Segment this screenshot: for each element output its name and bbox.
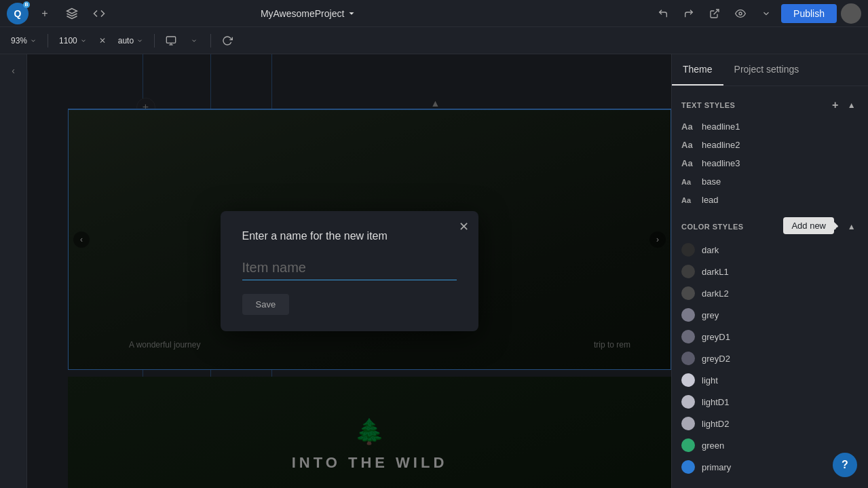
height-control[interactable]: auto bbox=[114, 35, 147, 47]
project-settings-tab[interactable]: Project settings bbox=[723, 54, 810, 86]
color-label-lightD2: lightD2 bbox=[702, 419, 729, 429]
color-label-dark: dark bbox=[702, 245, 719, 255]
color-label-grey: grey bbox=[702, 310, 719, 320]
color-styles-list: dark darkL1 darkL2 grey greyD1 bbox=[672, 239, 868, 478]
color-swatch-green bbox=[681, 438, 695, 452]
text-style-lead[interactable]: Aa lead bbox=[672, 191, 868, 209]
close-size-control[interactable]: ✕ bbox=[95, 35, 110, 47]
text-styles-header: TEXT STYLES + ▲ bbox=[672, 93, 868, 117]
color-label-greyD2: greyD2 bbox=[702, 354, 730, 364]
color-swatch-darkL2 bbox=[681, 286, 695, 300]
modal-overlay[interactable]: ✕ Enter a name for the new item Save bbox=[27, 54, 671, 488]
add-new-tooltip: Add new bbox=[783, 217, 834, 234]
color-grey[interactable]: grey bbox=[672, 304, 868, 326]
item-name-input[interactable] bbox=[242, 256, 457, 280]
top-right-actions: Publish bbox=[652, 3, 861, 24]
svg-line-1 bbox=[714, 10, 719, 14]
chevron-down-icon[interactable] bbox=[755, 3, 777, 24]
publish-button[interactable]: Publish bbox=[781, 4, 837, 23]
color-styles-header: COLOR STYLES + ▲ bbox=[672, 214, 868, 239]
preview-icon[interactable] bbox=[730, 3, 751, 24]
code-icon[interactable] bbox=[88, 3, 110, 24]
color-lightD1[interactable]: lightD1 bbox=[672, 391, 868, 413]
toolbar-separator-3 bbox=[210, 34, 211, 48]
color-swatch-greyD1 bbox=[681, 330, 695, 343]
text-style-label-base: base bbox=[702, 176, 721, 187]
theme-tab[interactable]: Theme bbox=[672, 54, 723, 86]
external-link-icon[interactable] bbox=[704, 3, 725, 24]
color-label-lightD1: lightD1 bbox=[702, 397, 729, 407]
zoom-control[interactable]: 93% bbox=[7, 35, 41, 47]
panel-content: TEXT STYLES + ▲ Aa headline1 Aa headline… bbox=[672, 86, 868, 488]
text-style-headline1[interactable]: Aa headline1 bbox=[672, 117, 868, 136]
svg-rect-3 bbox=[166, 37, 175, 43]
svg-point-2 bbox=[739, 12, 742, 15]
color-greyD2[interactable]: greyD2 bbox=[672, 348, 868, 369]
avatar[interactable] bbox=[841, 3, 861, 24]
left-sidebar: ‹ bbox=[0, 54, 27, 488]
color-label-green: green bbox=[702, 440, 724, 451]
color-green[interactable]: green bbox=[672, 434, 868, 456]
color-swatch-grey bbox=[681, 308, 695, 322]
modal-close-button[interactable]: ✕ bbox=[459, 219, 469, 234]
text-style-label-headline3: headline3 bbox=[702, 158, 740, 168]
color-dark[interactable]: dark bbox=[672, 239, 868, 261]
color-swatch-greyD2 bbox=[681, 352, 695, 365]
text-styles-list: Aa headline1 Aa headline2 Aa headline3 A… bbox=[672, 117, 868, 209]
toolbar: 93% 1100 ✕ auto bbox=[0, 27, 868, 54]
color-swatch-darkL1 bbox=[681, 265, 695, 278]
svg-marker-0 bbox=[67, 8, 77, 14]
text-style-headline2[interactable]: Aa headline2 bbox=[672, 136, 868, 154]
add-text-style-button[interactable]: + bbox=[829, 98, 842, 112]
text-style-icon-base: Aa bbox=[681, 178, 695, 186]
color-swatch-lightD2 bbox=[681, 417, 695, 430]
width-control[interactable]: 1100 bbox=[55, 35, 91, 47]
text-style-label-headline2: headline2 bbox=[702, 140, 740, 150]
text-style-icon-headline3: Aa bbox=[681, 158, 695, 168]
add-button[interactable]: + bbox=[34, 3, 56, 24]
canvas-area: + ▲ A wonderful journey trip to rem ‹ › … bbox=[27, 54, 671, 488]
color-label-primary: primary bbox=[702, 462, 731, 472]
color-label-light: light bbox=[702, 375, 718, 386]
right-panel: Theme Project settings TEXT STYLES + ▲ A… bbox=[671, 54, 868, 488]
color-swatch-dark bbox=[681, 243, 695, 257]
text-style-icon-headline1: Aa bbox=[681, 121, 695, 132]
layers-icon[interactable] bbox=[61, 3, 83, 24]
color-darkL2[interactable]: darkL2 bbox=[672, 282, 868, 304]
logo-button[interactable]: QB bbox=[7, 3, 29, 24]
collapse-text-styles-button[interactable]: ▲ bbox=[845, 98, 858, 112]
redo-button[interactable] bbox=[678, 3, 700, 24]
text-style-icon-headline2: Aa bbox=[681, 140, 695, 150]
main-layout: ‹ + ▲ A wonderful journey trip to rem ‹ … bbox=[0, 54, 868, 488]
toolbar-separator-2 bbox=[154, 34, 155, 48]
logo-badge: B bbox=[23, 1, 30, 8]
modal-save-button[interactable]: Save bbox=[242, 294, 290, 315]
text-styles-actions: + ▲ bbox=[829, 98, 858, 112]
modal-title: Enter a name for the new item bbox=[242, 230, 457, 242]
top-bar: QB + MyAwesomeProject Publish bbox=[0, 0, 868, 27]
support-button[interactable]: ? bbox=[833, 453, 857, 477]
sidebar-nav-left[interactable]: ‹ bbox=[3, 60, 24, 81]
refresh-icon[interactable] bbox=[218, 31, 237, 50]
panel-tabs: Theme Project settings bbox=[672, 54, 868, 86]
color-swatch-primary bbox=[681, 460, 695, 474]
color-label-greyD1: greyD1 bbox=[702, 332, 730, 342]
undo-button[interactable] bbox=[652, 3, 674, 24]
color-light[interactable]: light bbox=[672, 369, 868, 391]
color-swatch-light bbox=[681, 373, 695, 387]
text-style-label-lead: lead bbox=[702, 195, 719, 205]
chevron-device-down[interactable] bbox=[185, 31, 204, 50]
toolbar-separator-1 bbox=[48, 34, 48, 48]
collapse-color-styles-button[interactable]: ▲ bbox=[845, 220, 858, 233]
color-greyD1[interactable]: greyD1 bbox=[672, 326, 868, 348]
text-style-icon-lead: Aa bbox=[681, 196, 695, 204]
text-style-headline3[interactable]: Aa headline3 bbox=[672, 154, 868, 172]
color-swatch-lightD1 bbox=[681, 395, 695, 409]
color-label-darkL2: darkL2 bbox=[702, 288, 729, 299]
device-icon[interactable] bbox=[162, 31, 181, 50]
color-lightD2[interactable]: lightD2 bbox=[672, 413, 868, 434]
text-style-label-headline1: headline1 bbox=[702, 121, 740, 132]
text-style-base[interactable]: Aa base bbox=[672, 172, 868, 191]
project-title[interactable]: MyAwesomeProject bbox=[261, 8, 356, 19]
color-darkL1[interactable]: darkL1 bbox=[672, 261, 868, 282]
